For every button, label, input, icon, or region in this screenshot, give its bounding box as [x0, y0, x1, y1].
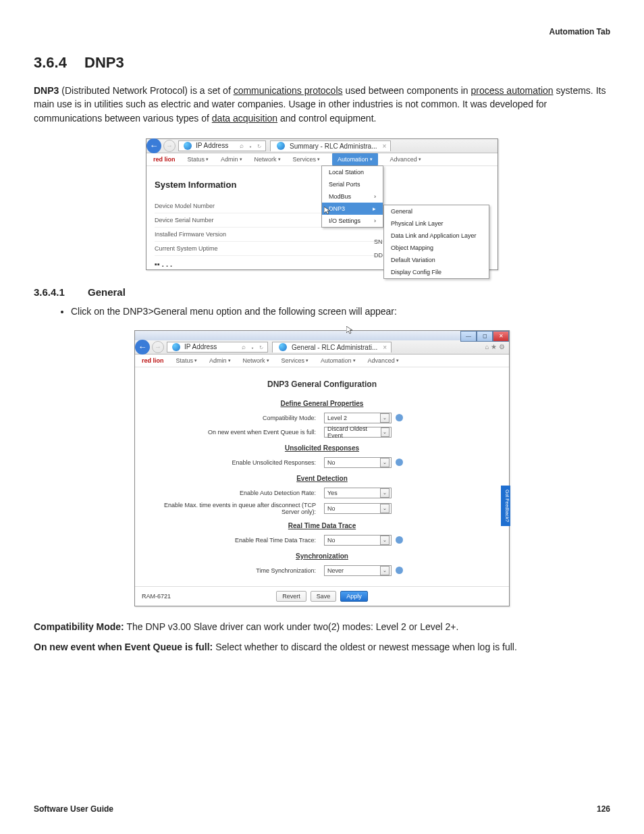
help-icon[interactable]	[396, 459, 403, 466]
chevron-down-icon: ⌄	[380, 566, 390, 575]
dd-display-config[interactable]: Display Config File	[384, 266, 489, 278]
close-icon[interactable]: ×	[382, 142, 386, 150]
save-button[interactable]: Save	[311, 591, 337, 602]
browser-tab[interactable]: Summary - RLC Administra...×	[270, 140, 391, 151]
menu-advanced[interactable]: Advanced▾	[368, 357, 399, 364]
config-title: DNP3 General Configuration	[147, 380, 497, 389]
instruction-bullet: Click on the DNP3>General menu option an…	[71, 306, 610, 317]
chevron-down-icon: ⌄	[380, 413, 390, 423]
dd-serial-ports[interactable]: Serial Ports	[322, 178, 383, 190]
section-general-props: Define General Properties	[147, 400, 497, 407]
cursor-icon	[346, 326, 353, 334]
section-number: 3.6.4	[34, 54, 84, 72]
page-tab-label: Automation Tab	[549, 27, 610, 36]
label-queue-full: On new event when Event Queue is full:	[147, 429, 320, 436]
forward-button[interactable]: →	[152, 341, 164, 353]
address-bar[interactable]: IP Address⌕ ▾ ↻	[178, 140, 266, 151]
select-queue-full[interactable]: Discard Oldest Event⌄	[324, 427, 392, 438]
dd-dnp3[interactable]: DNP3▸	[322, 203, 383, 215]
section-unsolicited: Unsolicited Responses	[147, 444, 497, 452]
label-unsolicited: Enable Unsolicited Responses:	[147, 459, 320, 466]
menu-network[interactable]: Network▾	[254, 156, 281, 163]
intro-bold: DNP3	[34, 85, 59, 96]
label-max-time-events: Enable Max. time events in queue after d…	[147, 502, 320, 515]
dd-general[interactable]: General	[384, 205, 489, 217]
select-rt-trace[interactable]: No⌄	[324, 535, 392, 546]
label-compat-mode: Compatibility Mode:	[147, 415, 320, 421]
menu-automation[interactable]: Automation▾	[321, 357, 356, 364]
menu-services[interactable]: Services▾	[281, 357, 309, 364]
brand-logo: red lion	[142, 357, 164, 364]
dd-io-settings[interactable]: I/O Settings›	[322, 215, 383, 227]
dnp3-submenu: General Physical Link Layer Data Link an…	[383, 205, 489, 279]
address-bar[interactable]: IP Address⌕ ▾ ↻	[167, 342, 268, 353]
label-time-sync: Time Synchronization:	[147, 567, 320, 574]
badge-dd: DD	[374, 252, 383, 259]
desc-queue-full: On new event when Event Queue is full: S…	[34, 642, 610, 652]
ie-icon	[184, 142, 192, 150]
chevron-down-icon: ⌄	[380, 536, 390, 545]
label-rt-trace: Enable Real Time Data Trace:	[147, 537, 320, 544]
forward-button[interactable]: →	[163, 140, 176, 152]
feedback-tab[interactable]: Got Feedback?	[501, 486, 510, 526]
chevron-down-icon: ⌄	[380, 504, 390, 513]
help-icon[interactable]	[396, 536, 403, 544]
close-button[interactable]: ✕	[493, 331, 509, 342]
subsection-number: 3.6.4.1	[34, 286, 88, 298]
help-icon[interactable]	[396, 414, 403, 421]
section-sync: Synchronization	[147, 552, 497, 560]
subsection-title: General	[88, 286, 126, 298]
section-event-detection: Event Detection	[147, 475, 497, 482]
section-title: DNP3	[84, 54, 124, 71]
back-button[interactable]: ←	[135, 340, 150, 355]
apply-button[interactable]: Apply	[340, 591, 368, 602]
select-max-time-events[interactable]: No⌄	[324, 503, 392, 514]
ie-icon	[172, 343, 180, 351]
dd-local-station[interactable]: Local Station	[322, 166, 383, 178]
dd-datalink-app[interactable]: Data Link and Application Layer	[384, 230, 489, 242]
section-rt-trace: Real Time Data Trace	[147, 522, 497, 529]
cursor-icon	[324, 207, 331, 215]
link-data-acquisition[interactable]: data acquisition	[212, 113, 277, 124]
app-menubar: red lion Status▾ Admin▾ Network▾ Service…	[135, 355, 509, 367]
automation-dropdown: Local Station Serial Ports ModBus› DNP3▸…	[321, 165, 383, 228]
minimize-button[interactable]: —	[460, 331, 477, 342]
menu-status[interactable]: Status▾	[176, 357, 198, 364]
back-button[interactable]: ←	[146, 138, 161, 153]
brand-logo: red lion	[153, 156, 176, 163]
section-heading: 3.6.4DNP3	[34, 54, 610, 72]
menu-admin[interactable]: Admin▾	[209, 357, 231, 364]
ie-icon	[279, 343, 287, 351]
link-comm-protocols[interactable]: communications protocols	[234, 85, 343, 96]
select-unsolicited[interactable]: No⌄	[324, 457, 392, 468]
menu-services[interactable]: Services▾	[293, 156, 321, 163]
maximize-button[interactable]: ◻	[477, 331, 493, 342]
dd-default-variation[interactable]: Default Variation	[384, 254, 489, 266]
help-icon[interactable]	[396, 567, 403, 574]
chevron-down-icon: ⌄	[380, 458, 390, 467]
badge-sn: SN	[374, 238, 383, 245]
menu-admin[interactable]: Admin▾	[221, 156, 242, 163]
browser-tab[interactable]: General - RLC Administrati...×	[272, 342, 392, 353]
close-icon[interactable]: ×	[383, 344, 387, 351]
model-label: RAM-6721	[142, 593, 272, 600]
revert-button[interactable]: Revert	[276, 591, 306, 602]
app-menubar: red lion Status▾ Admin▾ Network▾ Service…	[146, 153, 498, 166]
menu-advanced[interactable]: Advanced▾	[390, 156, 421, 163]
select-time-sync[interactable]: Never⌄	[324, 565, 392, 576]
menu-automation[interactable]: Automation▾	[332, 153, 378, 165]
select-auto-detect[interactable]: Yes⌄	[324, 488, 392, 498]
link-process-automation[interactable]: process automation	[471, 85, 553, 96]
titlebar-right-icons: ⌂ ★ ⚙	[485, 343, 509, 350]
select-compat-mode[interactable]: Level 2⌄	[324, 413, 392, 423]
ie-icon	[277, 142, 285, 150]
label-auto-detect: Enable Auto Detection Rate:	[147, 490, 320, 496]
intro-paragraph: DNP3 (Distributed Network Protocol) is a…	[34, 84, 610, 125]
screenshot-general-config: —◻✕ ← → IP Address⌕ ▾ ↻ General - RLC Ad…	[134, 330, 510, 606]
dd-object-mapping[interactable]: Object Mapping	[384, 242, 489, 254]
chevron-down-icon: ⌄	[381, 427, 390, 437]
dd-physical-link[interactable]: Physical Link Layer	[384, 217, 489, 230]
dd-modbus[interactable]: ModBus›	[322, 190, 383, 203]
menu-status[interactable]: Status▾	[188, 156, 209, 163]
menu-network[interactable]: Network▾	[243, 357, 269, 364]
